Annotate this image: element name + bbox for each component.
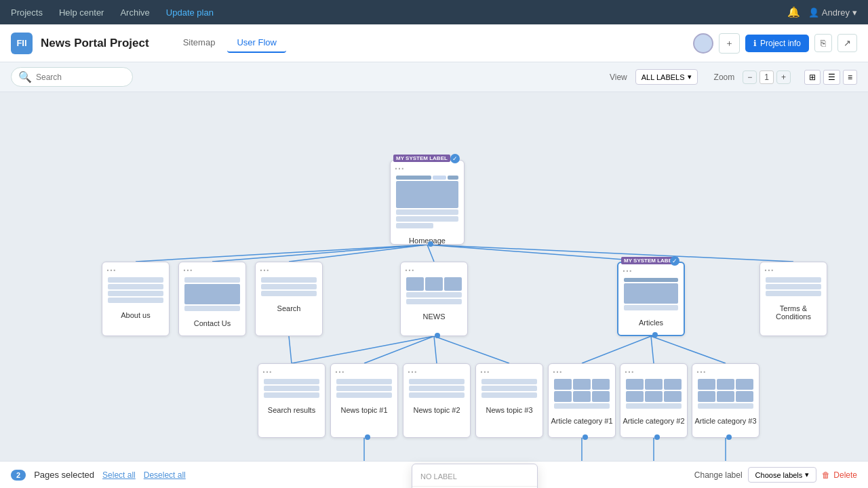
header-right: ＋ ℹ Project info ⎘ ↗ [693, 33, 857, 54]
node-articlecat1[interactable]: ··· Article category #1 [548, 363, 616, 438]
view-value: ALL LABELS [642, 73, 685, 81]
node-label-newstopic1: News topic #1 [331, 403, 397, 417]
node-articlecat2[interactable]: ··· Article category #2 [620, 363, 688, 438]
info-icon: ℹ [753, 39, 757, 48]
node-newstopic3[interactable]: ··· News topic #3 [475, 363, 543, 438]
list-view-button[interactable]: ☰ [823, 70, 840, 85]
search-box[interactable]: 🔍 [11, 67, 133, 87]
tab-userflow[interactable]: User Flow [227, 33, 286, 53]
nav-archive[interactable]: Archive [120, 7, 149, 18]
node-label-articles: Articles [618, 316, 684, 329]
node-label-articlecat2: Article category #2 [620, 414, 687, 428]
tab-sitemap[interactable]: Sitemap [174, 33, 225, 53]
node-search[interactable]: ··· Search [255, 262, 323, 336]
dropdown-chevron-icon: ▾ [805, 470, 809, 479]
node-menu-icon[interactable]: ··· [260, 265, 270, 276]
node-news[interactable]: ··· NEWS [400, 262, 468, 336]
logo-mark: FII [11, 33, 33, 54]
svg-line-0 [136, 245, 427, 262]
logo[interactable]: FII [11, 33, 33, 54]
view-dropdown[interactable]: ALL LABELS ▾ [635, 69, 698, 85]
notifications-icon[interactable]: 🔔 [787, 6, 800, 18]
svg-line-8 [434, 336, 437, 363]
conn-bottom [428, 241, 433, 247]
select-all-link[interactable]: Select all [102, 470, 136, 480]
label-dropdown: NO LABEL System Labels DONE NEW MY SYSTE… [412, 464, 538, 488]
search-input[interactable] [36, 73, 125, 82]
svg-line-11 [651, 336, 654, 363]
conn-bottom-ac1 [583, 434, 588, 440]
view-label: View [610, 73, 627, 82]
node-aboutus[interactable]: ··· About us [102, 262, 170, 336]
node-menu-icon[interactable]: ··· [335, 367, 345, 378]
svg-line-9 [434, 336, 509, 363]
grid-view-button[interactable]: ⊞ [804, 70, 821, 85]
node-articles[interactable]: ··· MY SYSTEM LABEL ✓ Articles [617, 262, 685, 336]
svg-line-12 [651, 336, 726, 363]
trash-icon: 🗑 [822, 470, 830, 480]
node-label-newstopic3: News topic #3 [476, 403, 542, 417]
svg-line-7 [364, 336, 434, 363]
node-menu-icon[interactable]: ··· [395, 163, 405, 174]
detail-view-button[interactable]: ≡ [843, 70, 857, 85]
node-menu-icon[interactable]: ··· [623, 266, 633, 277]
delete-text: Delete [833, 470, 857, 480]
svg-line-6 [292, 336, 434, 363]
node-contactus[interactable]: ··· Contact Us [178, 262, 246, 336]
check-icon: ✓ [450, 154, 460, 163]
deselect-all-link[interactable]: Deselect all [144, 470, 186, 480]
nav-help[interactable]: Help center [59, 7, 104, 18]
node-menu-icon[interactable]: ··· [480, 367, 490, 378]
header-tabs: Sitemap User Flow [174, 33, 286, 53]
node-menu-icon[interactable]: ··· [106, 265, 117, 276]
node-label-contactus: Contact Us [179, 317, 245, 330]
node-menu-icon[interactable]: ··· [262, 367, 273, 378]
node-menu-icon[interactable]: ··· [183, 265, 193, 276]
node-label-aboutus: About us [102, 308, 169, 322]
delete-button[interactable]: 🗑 Delete [822, 470, 857, 480]
view-chevron-icon: ▾ [688, 73, 692, 81]
node-terms[interactable]: ··· Terms & Conditions [760, 262, 827, 336]
user-name: Andrey [822, 7, 850, 18]
badge-homepage: MY SYSTEM LABEL [393, 155, 450, 162]
pages-selected-label: Pages selected [34, 470, 94, 480]
change-label-text: Change label [694, 470, 743, 480]
node-menu-icon[interactable]: ··· [408, 367, 418, 378]
choose-labels-text: Choose labels [755, 471, 803, 479]
canvas: ··· MY SYSTEM LABEL ✓ Homepage ··· [0, 92, 868, 488]
node-searchresults[interactable]: ··· Search results [258, 363, 326, 438]
node-articlecat3[interactable]: ··· Article category #3 [692, 363, 760, 438]
check-icon-articles: ✓ [670, 256, 679, 266]
user-avatar-icon: 👤 [808, 7, 819, 18]
user-menu[interactable]: 👤 Andrey ▾ [808, 7, 857, 18]
share-button[interactable]: ↗ [837, 34, 857, 52]
conn-bottom-news [435, 333, 440, 338]
node-newstopic1[interactable]: ··· News topic #1 [330, 363, 398, 438]
top-nav: Projects Help center Archive Update plan… [0, 0, 868, 24]
zoom-label: Zoom [714, 73, 735, 82]
pages-count-badge: 2 [11, 470, 26, 481]
choose-labels-button[interactable]: Choose labels ▾ [748, 467, 817, 483]
toolbar: 🔍 View ALL LABELS ▾ Zoom − 1 + ⊞ ☰ ≡ [0, 62, 868, 92]
node-homepage[interactable]: ··· MY SYSTEM LABEL ✓ Homepage [390, 160, 465, 245]
zoom-value: 1 [760, 70, 774, 84]
zoom-out-button[interactable]: − [743, 70, 757, 84]
nav-update-plan[interactable]: Update plan [166, 7, 214, 18]
avatar [693, 33, 713, 54]
node-label-terms: Terms & Conditions [760, 302, 827, 323]
node-newstopic2[interactable]: ··· News topic #2 [403, 363, 471, 438]
project-info-button[interactable]: ℹ Project info [745, 35, 809, 52]
node-menu-icon[interactable]: ··· [625, 367, 635, 378]
nav-projects[interactable]: Projects [11, 7, 43, 18]
zoom-in-button[interactable]: + [776, 70, 791, 84]
node-menu-icon[interactable]: ··· [764, 265, 774, 276]
conn-bottom-ac3 [726, 434, 732, 440]
node-menu-icon[interactable]: ··· [553, 367, 563, 378]
no-label-option[interactable]: NO LABEL [412, 470, 537, 487]
node-label-homepage: Homepage [391, 234, 464, 247]
copy-button[interactable]: ⎘ [814, 34, 832, 52]
node-menu-icon[interactable]: ··· [696, 367, 707, 378]
conn-bottom-nt1 [365, 434, 370, 440]
add-user-button[interactable]: ＋ [719, 33, 740, 54]
node-menu-icon[interactable]: ··· [405, 265, 415, 276]
